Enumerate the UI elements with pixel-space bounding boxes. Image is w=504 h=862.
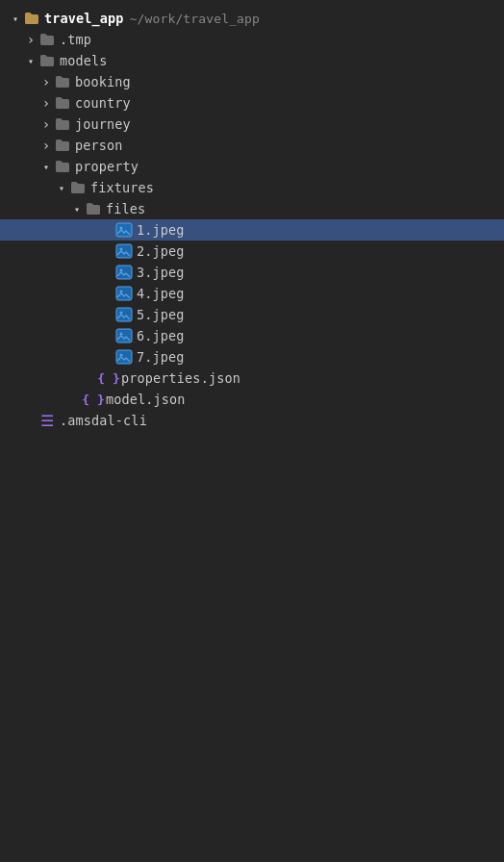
6jpeg-label: 6.jpeg — [137, 328, 185, 343]
1jpeg-file-icon — [115, 221, 133, 239]
2jpeg-file-icon — [115, 242, 133, 260]
tree-item-properties-json[interactable]: { } properties.json — [0, 368, 504, 389]
root-folder-icon — [23, 10, 40, 27]
tmp-label: .tmp — [60, 32, 91, 47]
svg-point-11 — [120, 291, 123, 293]
root-chevron[interactable] — [8, 11, 23, 26]
tree-item-models[interactable]: models — [0, 50, 504, 71]
1jpeg-label: 1.jpeg — [137, 222, 185, 238]
fixtures-chevron[interactable] — [54, 180, 69, 195]
person-folder-icon — [54, 137, 71, 154]
tree-item-amsdal-cli[interactable]: ☰ .amsdal-cli — [0, 410, 504, 431]
tree-item-6jpeg[interactable]: 6.jpeg — [0, 325, 504, 346]
svg-point-20 — [120, 354, 123, 357]
3jpeg-label: 3.jpeg — [137, 265, 185, 280]
tree-item-1jpeg[interactable]: 1.jpeg — [0, 219, 504, 241]
journey-chevron[interactable] — [38, 116, 54, 132]
files-label: files — [106, 201, 145, 216]
person-chevron[interactable] — [38, 138, 54, 153]
file-tree: travel_app~/work/travel_app .tmp models — [0, 0, 504, 439]
journey-label: journey — [75, 116, 131, 132]
models-label: models — [60, 53, 108, 68]
tree-item-property[interactable]: property — [0, 156, 504, 177]
4jpeg-file-icon — [115, 285, 133, 302]
svg-point-8 — [120, 269, 123, 272]
amsdal-cli-icon: ☰ — [38, 412, 56, 429]
fixtures-folder-icon — [69, 179, 87, 196]
svg-point-14 — [120, 312, 123, 315]
tmp-chevron[interactable] — [23, 32, 38, 47]
tree-item-tmp[interactable]: .tmp — [0, 29, 504, 50]
files-chevron[interactable] — [69, 201, 85, 216]
booking-folder-icon — [54, 73, 71, 90]
model-json-icon: { } — [85, 391, 102, 408]
booking-label: booking — [75, 74, 131, 89]
country-label: country — [75, 95, 131, 111]
6jpeg-file-icon — [115, 327, 133, 344]
journey-folder-icon — [54, 115, 71, 133]
tree-item-booking[interactable]: booking — [0, 71, 504, 92]
property-folder-icon — [54, 158, 71, 175]
tree-item-7jpeg[interactable]: 7.jpeg — [0, 346, 504, 368]
svg-point-17 — [120, 333, 123, 336]
tree-item-files[interactable]: files — [0, 198, 504, 219]
tree-item-country[interactable]: country — [0, 92, 504, 114]
tree-item-journey[interactable]: journey — [0, 114, 504, 135]
property-chevron[interactable] — [38, 159, 54, 174]
7jpeg-label: 7.jpeg — [137, 349, 185, 365]
svg-point-5 — [120, 248, 123, 251]
root-label: travel_app~/work/travel_app — [44, 11, 260, 26]
booking-chevron[interactable] — [38, 74, 54, 89]
property-label: property — [75, 159, 139, 174]
2jpeg-label: 2.jpeg — [137, 243, 185, 259]
fixtures-label: fixtures — [90, 180, 154, 195]
5jpeg-label: 5.jpeg — [137, 307, 185, 322]
5jpeg-file-icon — [115, 306, 133, 323]
properties-json-icon: { } — [100, 369, 117, 387]
tmp-folder-icon — [38, 31, 56, 48]
amsdal-cli-label: .amsdal-cli — [60, 413, 147, 428]
tree-root[interactable]: travel_app~/work/travel_app — [0, 8, 504, 29]
tree-item-5jpeg[interactable]: 5.jpeg — [0, 304, 504, 325]
properties-json-label: properties.json — [121, 370, 240, 386]
7jpeg-file-icon — [115, 348, 133, 366]
person-label: person — [75, 138, 123, 153]
models-chevron[interactable] — [23, 53, 38, 68]
tree-item-model-json[interactable]: { } model.json — [0, 389, 504, 410]
models-folder-icon — [38, 52, 56, 69]
tree-item-3jpeg[interactable]: 3.jpeg — [0, 262, 504, 283]
country-folder-icon — [54, 94, 71, 112]
tree-item-fixtures[interactable]: fixtures — [0, 177, 504, 198]
tree-item-4jpeg[interactable]: 4.jpeg — [0, 283, 504, 304]
tree-item-2jpeg[interactable]: 2.jpeg — [0, 241, 504, 262]
svg-point-2 — [120, 227, 123, 230]
tree-item-person[interactable]: person — [0, 135, 504, 156]
country-chevron[interactable] — [38, 95, 54, 111]
3jpeg-file-icon — [115, 264, 133, 281]
files-folder-icon — [85, 200, 102, 217]
4jpeg-label: 4.jpeg — [137, 286, 185, 301]
model-json-label: model.json — [106, 392, 186, 407]
